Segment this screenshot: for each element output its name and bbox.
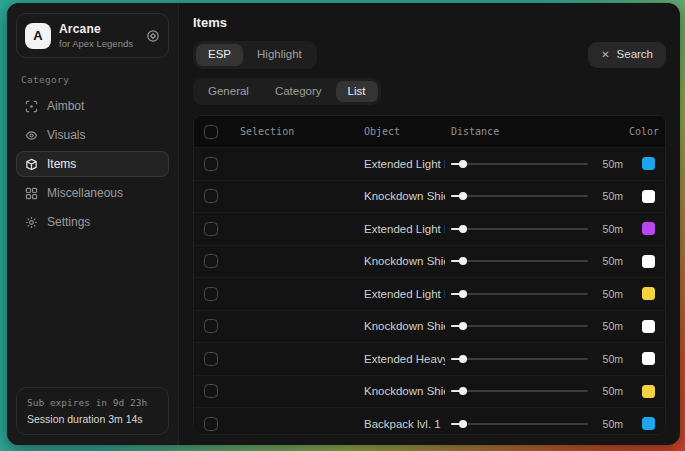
table-row: Extended Heavy Mag Level 1 50m <box>194 342 665 375</box>
column-header-color: Color <box>629 126 655 137</box>
tab-highlight[interactable]: Highlight <box>245 44 314 66</box>
slider-thumb[interactable] <box>459 290 467 298</box>
table-row: Extended Light Mag Level 4 50m <box>194 277 665 310</box>
table-row: Knockdown Shield lvl. 1 50m <box>194 180 665 213</box>
distance-value: 50m <box>597 353 623 365</box>
color-swatch[interactable] <box>642 222 655 235</box>
row-checkbox[interactable] <box>204 319 218 333</box>
sidebar-item-aimbot[interactable]: Aimbot <box>16 93 169 119</box>
diamond-badge-icon[interactable] <box>146 29 160 43</box>
color-swatch[interactable] <box>642 287 655 300</box>
subscription-card: Sub expires in 9d 23h Session duration 3… <box>16 387 169 435</box>
grid-icon <box>24 187 38 200</box>
select-all-checkbox[interactable] <box>204 125 218 139</box>
category-section-label: Category <box>21 74 164 85</box>
row-checkbox[interactable] <box>204 254 218 268</box>
app-name: Arcane <box>59 22 138 36</box>
sidebar-item-visuals[interactable]: Visuals <box>16 122 169 148</box>
object-name: Knockdown Shield lvl. 3 <box>364 320 445 332</box>
distance-value: 50m <box>597 385 623 397</box>
app-window: A Arcane for Apex Legends Category Aimbo… <box>7 3 680 445</box>
brand-card: A Arcane for Apex Legends <box>16 13 169 58</box>
slider-thumb[interactable] <box>459 420 467 428</box>
slider-thumb[interactable] <box>459 160 467 168</box>
mode-tab-group: ESP Highlight <box>193 41 317 69</box>
toolbar: ESP Highlight ✕ Search <box>193 41 666 69</box>
slider-thumb[interactable] <box>459 225 467 233</box>
x-icon: ✕ <box>601 50 609 60</box>
distance-value: 50m <box>597 288 623 300</box>
color-swatch[interactable] <box>642 255 655 268</box>
distance-slider[interactable] <box>451 321 588 331</box>
sidebar: A Arcane for Apex Legends Category Aimbo… <box>7 3 179 445</box>
distance-slider[interactable] <box>451 289 588 299</box>
color-swatch[interactable] <box>642 320 655 333</box>
object-name: Extended Heavy Mag Level 1 <box>364 353 445 365</box>
row-checkbox[interactable] <box>204 287 218 301</box>
search-button[interactable]: ✕ Search <box>588 42 666 68</box>
distance-slider[interactable] <box>451 191 588 201</box>
package-icon <box>24 158 38 171</box>
distance-slider[interactable] <box>451 256 588 266</box>
distance-slider[interactable] <box>451 386 588 396</box>
view-tabs-row: General Category List <box>193 78 666 106</box>
slider-thumb[interactable] <box>459 192 467 200</box>
slider-thumb[interactable] <box>459 387 467 395</box>
object-name: Backpack lvl. 1 <box>364 418 445 430</box>
tab-general[interactable]: General <box>196 81 261 103</box>
table-row: Backpack lvl. 1 50m <box>194 407 665 434</box>
column-header-distance: Distance <box>451 126 623 137</box>
sidebar-item-label: Visuals <box>47 128 85 142</box>
tab-category[interactable]: Category <box>263 81 334 103</box>
slider-thumb[interactable] <box>459 355 467 363</box>
object-name: Knockdown Shield lvl. 4 <box>364 385 445 397</box>
gear-icon <box>24 216 38 229</box>
crosshair-icon <box>24 100 38 113</box>
distance-slider[interactable] <box>451 419 588 429</box>
object-name: Extended Light Mag Level 4 <box>364 288 445 300</box>
object-name: Knockdown Shield lvl. 1 <box>364 190 445 202</box>
row-checkbox[interactable] <box>204 352 218 366</box>
distance-value: 50m <box>597 320 623 332</box>
sidebar-item-settings[interactable]: Settings <box>16 209 169 235</box>
slider-thumb[interactable] <box>459 257 467 265</box>
color-swatch[interactable] <box>642 417 655 430</box>
object-name: Extended Light Mag Level 3 <box>364 223 445 235</box>
row-checkbox[interactable] <box>204 222 218 236</box>
sidebar-item-label: Aimbot <box>47 99 84 113</box>
distance-slider[interactable] <box>451 354 588 364</box>
row-checkbox[interactable] <box>204 189 218 203</box>
distance-slider[interactable] <box>451 159 588 169</box>
row-checkbox[interactable] <box>204 384 218 398</box>
slider-thumb[interactable] <box>459 322 467 330</box>
color-swatch[interactable] <box>642 385 655 398</box>
distance-value: 50m <box>597 255 623 267</box>
color-swatch[interactable] <box>642 352 655 365</box>
sidebar-item-miscellaneous[interactable]: Miscellaneous <box>16 180 169 206</box>
table-row: Knockdown Shield lvl. 2 50m <box>194 245 665 278</box>
table-row: Knockdown Shield lvl. 3 50m <box>194 310 665 343</box>
sidebar-item-items[interactable]: Items <box>16 151 169 177</box>
search-button-label: Search <box>617 49 653 61</box>
color-swatch[interactable] <box>642 190 655 203</box>
tab-list[interactable]: List <box>336 81 378 103</box>
color-swatch[interactable] <box>642 157 655 170</box>
object-name: Knockdown Shield lvl. 2 <box>364 255 445 267</box>
items-table: Selection Object Distance Color Extended… <box>193 115 666 435</box>
app-subtitle: for Apex Legends <box>59 38 138 49</box>
table-header: Selection Object Distance Color <box>194 116 665 147</box>
view-tab-group: General Category List <box>193 78 381 106</box>
distance-slider[interactable] <box>451 224 588 234</box>
app-logo: A <box>25 23 51 49</box>
distance-value: 50m <box>597 158 623 170</box>
sidebar-item-label: Items <box>47 157 76 171</box>
row-checkbox[interactable] <box>204 157 218 171</box>
table-row: Extended Light Mag Level 3 50m <box>194 212 665 245</box>
object-name: Extended Light Mag Level 2 <box>364 158 445 170</box>
table-row: Knockdown Shield lvl. 4 50m <box>194 375 665 408</box>
tab-esp[interactable]: ESP <box>196 44 243 66</box>
main-panel: Items ESP Highlight ✕ Search General Cat… <box>179 3 680 445</box>
sub-expiry-text: Sub expires in 9d 23h <box>27 397 158 408</box>
distance-value: 50m <box>597 190 623 202</box>
row-checkbox[interactable] <box>204 417 218 431</box>
